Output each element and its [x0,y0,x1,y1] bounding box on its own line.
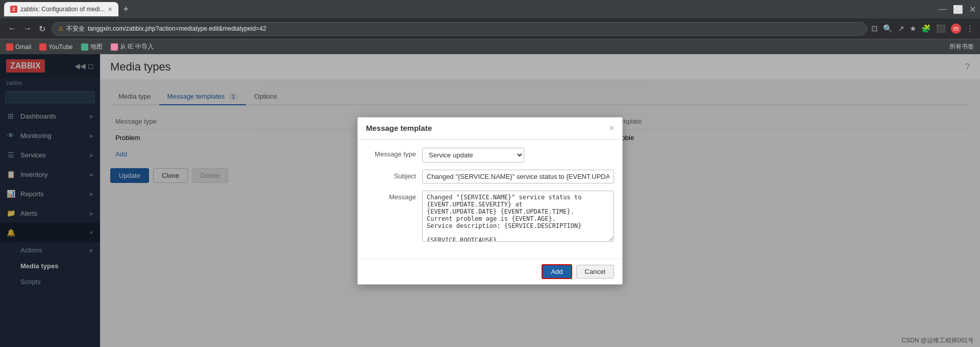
message-control: Changed "{SERVICE.NAME}" service status … [422,191,614,243]
bookmark-icon[interactable]: ★ [910,24,916,33]
message-type-select[interactable]: Service update Problem Problem recovery … [422,148,524,163]
subject-label: Subject [366,170,422,180]
bookmark-youtube[interactable]: YouTube [39,43,72,51]
message-textarea[interactable]: Changed "{SERVICE.NAME}" service status … [422,191,614,242]
bookmark-gmail[interactable]: Gmail [6,43,31,51]
address-input[interactable]: ⚠ 不安全 tanggxin.com/zabbix.php?action=med… [52,22,867,36]
modal-body: Message type Service update Problem Prob… [358,140,622,259]
security-label: 不安全 [66,25,85,33]
browser-tab[interactable]: Z zabbix: Configuration of medi... × [4,2,118,16]
modal-footer: Add Cancel [358,259,622,284]
bookmark-gmail-label: Gmail [15,43,31,51]
modal-close-button[interactable]: × [609,124,614,133]
tab-favicon: Z [10,6,17,13]
share-icon[interactable]: ↗ [898,24,904,33]
nav-buttons: ← → ↻ [6,22,47,36]
minimize-btn[interactable]: — [939,5,947,14]
profile-icon[interactable]: m [951,24,961,34]
maximize-btn[interactable]: ⬜ [953,5,963,14]
address-url: tanggxin.com/zabbix.php?action=mediatype… [88,25,266,32]
back-button[interactable]: ← [6,22,18,36]
message-type-row: Message type Service update Problem Prob… [366,148,614,163]
new-tab-button[interactable]: + [120,4,132,15]
modal-cancel-button[interactable]: Cancel [576,265,614,279]
message-row: Message Changed "{SERVICE.NAME}" service… [366,191,614,243]
address-bar-actions: ⊡ 🔍 ↗ ★ 🧩 ⬛ m ⋮ [871,24,974,34]
bookmark-import[interactable]: 从 IE 中导入 [111,42,154,51]
message-type-label: Message type [366,148,422,158]
address-bar: ← → ↻ ⚠ 不安全 tanggxin.com/zabbix.php?acti… [0,18,980,39]
bookmark-maps-label: 地图 [90,42,103,51]
security-icon: ⚠ [58,26,63,32]
bookmarks-bar: Gmail YouTube 地图 从 IE 中导入 所有书签 [0,39,980,54]
modal-title: Message template [366,124,432,132]
tab-close-btn[interactable]: × [108,5,112,13]
forward-button[interactable]: → [21,22,34,36]
subject-control [422,170,614,183]
bookmark-maps[interactable]: 地图 [81,42,103,51]
tab-bar: Z zabbix: Configuration of medi... × + —… [0,0,980,18]
all-bookmarks[interactable]: 所有书签 [949,42,974,51]
youtube-favicon [39,43,46,51]
browser-chrome: Z zabbix: Configuration of medi... × + —… [0,0,980,54]
zoom-icon[interactable]: 🔍 [883,24,893,33]
close-browser-btn[interactable]: ✕ [969,5,976,14]
reload-button[interactable]: ↻ [37,22,47,36]
extensions-icon[interactable]: 🧩 [921,24,931,33]
modal-add-button[interactable]: Add [542,264,572,279]
translate-icon[interactable]: ⊡ [871,24,878,33]
import-favicon [111,43,118,51]
gmail-favicon [6,43,13,51]
subject-input[interactable] [422,170,614,183]
bookmark-import-label: 从 IE 中导入 [120,42,154,51]
modal-overlay: Message template × Message type Service … [0,54,980,347]
bookmark-youtube-label: YouTube [48,43,72,51]
message-template-modal: Message template × Message type Service … [357,117,623,285]
modal-header: Message template × [358,118,622,140]
maps-favicon [81,43,88,51]
message-label-text: Message [366,191,422,201]
subject-row: Subject [366,170,614,183]
message-type-control: Service update Problem Problem recovery … [422,148,614,163]
tab-bar-controls: — ⬜ ✕ [939,5,976,14]
menu-icon[interactable]: ⋮ [966,24,974,33]
tab-title: zabbix: Configuration of medi... [20,6,105,13]
sidebar-browser-icon[interactable]: ⬛ [936,24,946,33]
